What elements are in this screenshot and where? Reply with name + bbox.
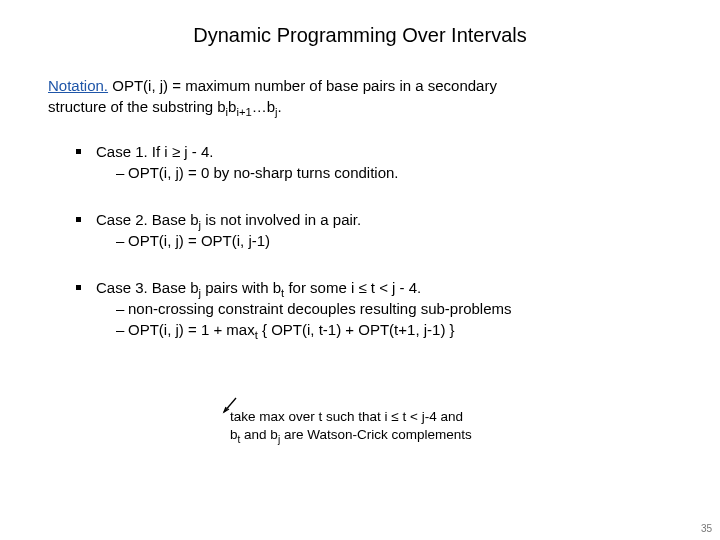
notation-period: .	[278, 98, 282, 115]
footnote-l2-b: and b	[240, 427, 278, 442]
case3-line2-b: { OPT(i, t-1) + OPT(t+1, j-1) }	[258, 321, 455, 338]
footnote-l1-a: take max over t such that i	[230, 409, 391, 424]
case1-sub: OPT(i, j) = 0 by no-sharp turns conditio…	[116, 162, 672, 183]
sub-i1: i+1	[236, 106, 251, 118]
case3-head-d: t < j - 4.	[367, 279, 422, 296]
case3-sub: non-crossing constraint decouples result…	[116, 298, 672, 340]
footnote-l1-b: t < j-4 and	[399, 409, 463, 424]
case3-head-c: for some i	[284, 279, 358, 296]
case-1: Case 1. If i ≥ j - 4. OPT(i, j) = 0 by n…	[76, 141, 672, 183]
footnote-le: ≤	[391, 409, 398, 424]
case1-line1: OPT(i, j) = 0 by no-sharp turns conditio…	[116, 162, 672, 183]
case3-line2-a: OPT(i, j) = 1 + max	[128, 321, 255, 338]
case-3: Case 3. Base bj pairs with bt for some i…	[76, 277, 672, 340]
notation-text-a: OPT(i, j) = maximum number of base pairs…	[112, 77, 497, 94]
footnote: take max over t such that i ≤ t < j-4 an…	[230, 408, 472, 444]
ge-symbol: ≥	[172, 143, 180, 160]
le-symbol: ≤	[358, 279, 366, 296]
page-number: 35	[701, 523, 712, 534]
slide-body: Notation. OPT(i, j) = maximum number of …	[0, 75, 720, 340]
notation-label: Notation.	[48, 77, 108, 94]
case3-head-a: Case 3. Base b	[96, 279, 199, 296]
case1-head-a: Case 1. If i	[96, 143, 172, 160]
slide-title: Dynamic Programming Over Intervals	[0, 0, 720, 75]
case3-line2: OPT(i, j) = 1 + maxt { OPT(i, t-1) + OPT…	[116, 319, 672, 340]
case3-head-b: pairs with b	[201, 279, 281, 296]
case2-head-b: is not involved in a pair.	[201, 211, 361, 228]
slide: Dynamic Programming Over Intervals Notat…	[0, 0, 720, 540]
notation-paragraph: Notation. OPT(i, j) = maximum number of …	[48, 75, 672, 117]
footnote-l2-c: are Watson-Crick complements	[280, 427, 472, 442]
case-2: Case 2. Base bj is not involved in a pai…	[76, 209, 672, 251]
case2-head-a: Case 2. Base b	[96, 211, 199, 228]
case1-head-b: j - 4.	[180, 143, 213, 160]
case2-sub: OPT(i, j) = OPT(i, j-1)	[116, 230, 672, 251]
case2-line1: OPT(i, j) = OPT(i, j-1)	[116, 230, 672, 251]
case-list: Case 1. If i ≥ j - 4. OPT(i, j) = 0 by n…	[76, 141, 672, 340]
footnote-l2-a: b	[230, 427, 238, 442]
notation-text-b: structure of the substring b	[48, 98, 226, 115]
notation-dots: …b	[252, 98, 275, 115]
case3-line1: non-crossing constraint decouples result…	[116, 298, 672, 319]
